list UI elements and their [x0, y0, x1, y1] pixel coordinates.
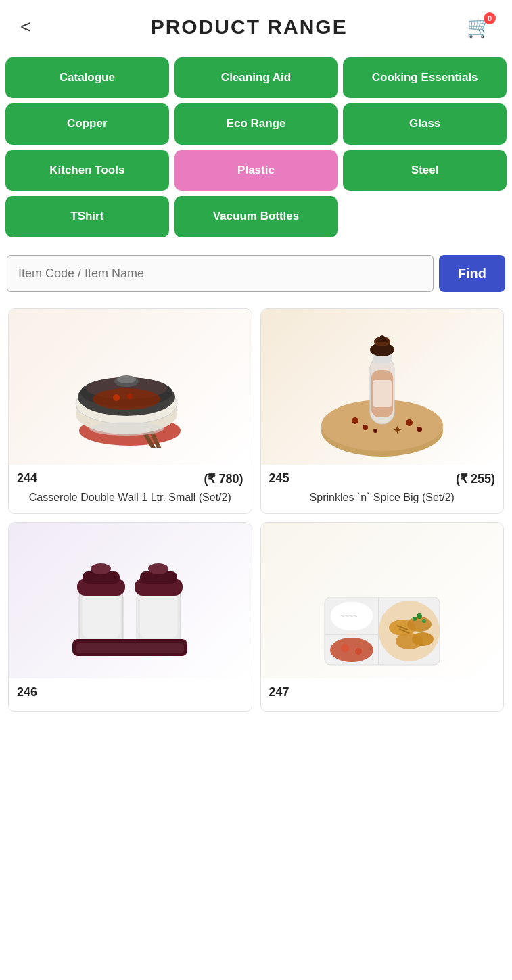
svg-point-39 — [148, 563, 168, 574]
product-price-row: 246 — [17, 685, 243, 699]
category-button-tshirt[interactable]: TShirt — [5, 196, 169, 237]
product-info: 245 (₹ 255) Sprinkles `n` Spice Big (Set… — [261, 465, 504, 513]
svg-rect-29 — [373, 380, 392, 407]
svg-point-52 — [407, 617, 432, 632]
product-image — [9, 523, 252, 678]
svg-point-34 — [91, 563, 111, 574]
svg-point-20 — [417, 427, 422, 432]
svg-point-11 — [93, 388, 160, 410]
svg-point-19 — [406, 419, 413, 426]
product-code: 244 — [17, 471, 37, 486]
category-button-catalogue[interactable]: Catalogue — [5, 57, 169, 98]
product-image: ✦ — [261, 309, 504, 465]
svg-point-14 — [89, 422, 164, 436]
svg-point-12 — [113, 394, 120, 401]
svg-point-59 — [413, 617, 417, 621]
svg-point-21 — [373, 429, 377, 433]
cart-button[interactable]: 🛒 0 — [460, 12, 498, 41]
search-input[interactable] — [7, 255, 434, 292]
category-button-plastic[interactable]: Plastic — [174, 150, 338, 191]
category-button-eco-range[interactable]: Eco Range — [174, 103, 338, 144]
category-grid: CatalogueCleaning AidCooking EssentialsC… — [0, 51, 512, 248]
svg-rect-36 — [140, 594, 177, 638]
header: < PRODUCT RANGE 🛒 0 — [0, 0, 512, 51]
svg-point-13 — [127, 394, 133, 399]
category-button-cooking-essentials[interactable]: Cooking Essentials — [343, 57, 507, 98]
page-title: PRODUCT RANGE — [38, 16, 460, 39]
product-card-245[interactable]: ✦ 245 (₹ 255) Sprinkles `n` Spice B — [260, 308, 505, 514]
svg-point-47 — [330, 638, 373, 662]
category-button-kitchen-tools[interactable]: Kitchen Tools — [5, 150, 169, 191]
svg-point-54 — [412, 632, 434, 646]
product-card-246[interactable]: 246 — [8, 522, 252, 712]
product-card-244[interactable]: 244 (₹ 780) Casserole Double Wall 1 Ltr.… — [8, 308, 252, 514]
product-grid: 244 (₹ 780) Casserole Double Wall 1 Ltr.… — [0, 304, 512, 716]
product-image: ~~~~ — [261, 523, 504, 678]
product-code: 247 — [269, 685, 289, 699]
search-bar: Find — [0, 248, 512, 304]
category-button-steel[interactable]: Steel — [343, 150, 507, 191]
category-button-cleaning-aid[interactable]: Cleaning Aid — [174, 57, 338, 98]
product-info: 244 (₹ 780) Casserole Double Wall 1 Ltr.… — [9, 465, 252, 513]
svg-point-48 — [341, 644, 349, 652]
product-price-row: 247 — [269, 685, 496, 699]
find-button[interactable]: Find — [439, 255, 505, 292]
svg-point-18 — [363, 425, 368, 430]
product-price: (₹ 780) — [204, 471, 243, 486]
svg-text:✦: ✦ — [392, 423, 402, 437]
category-button-copper[interactable]: Copper — [5, 103, 169, 144]
svg-point-57 — [417, 613, 422, 619]
product-name: Sprinkles `n` Spice Big (Set/2) — [269, 490, 496, 505]
product-info: 247 — [261, 678, 504, 711]
product-name: Casserole Double Wall 1 Ltr. Small (Set/… — [17, 490, 243, 505]
svg-point-17 — [352, 417, 358, 424]
product-code: 245 — [269, 471, 289, 486]
back-button[interactable]: < — [14, 14, 38, 41]
product-card-247[interactable]: ~~~~ 247 — [260, 522, 505, 712]
product-price: (₹ 255) — [456, 471, 495, 486]
svg-point-10 — [117, 375, 136, 383]
product-info: 246 — [9, 678, 252, 711]
category-button-glass[interactable]: Glass — [343, 103, 507, 144]
svg-text:~~~~: ~~~~ — [340, 612, 358, 620]
category-button-vacuum-bottles[interactable]: Vacuum Bottles — [174, 196, 338, 237]
product-image — [9, 309, 252, 465]
svg-rect-31 — [83, 594, 120, 638]
svg-point-49 — [355, 648, 362, 655]
product-code: 246 — [17, 685, 37, 699]
cart-badge: 0 — [484, 12, 496, 24]
product-price-row: 245 (₹ 255) — [269, 471, 496, 486]
svg-point-58 — [422, 619, 426, 623]
svg-rect-41 — [76, 643, 184, 653]
product-price-row: 244 (₹ 780) — [17, 471, 243, 486]
